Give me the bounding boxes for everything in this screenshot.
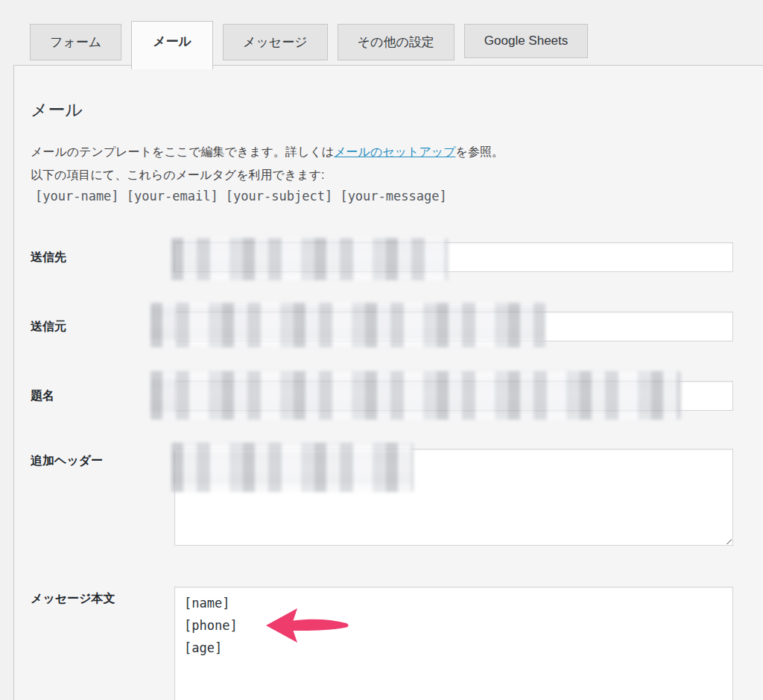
additional-headers-row: 追加ヘッダー [31, 449, 763, 546]
from-label: 送信元 [31, 312, 174, 341]
mail-template-form: 送信先 送信元 題名 [31, 242, 763, 700]
tab-additional-settings[interactable]: その他の設定 [338, 24, 455, 60]
subject-label: 題名 [31, 381, 174, 411]
tab-google-sheets[interactable]: Google Sheets [464, 24, 588, 58]
panel-title: メール [31, 98, 763, 121]
message-body-row: メッセージ本文 [name] [phone] [age] [31, 587, 763, 700]
mail-setup-link[interactable]: メールのセットアップ [334, 145, 455, 158]
additional-headers-label: 追加ヘッダー [31, 449, 174, 546]
from-input[interactable] [174, 312, 733, 341]
message-body-label: メッセージ本文 [31, 587, 174, 700]
to-label: 送信先 [31, 242, 174, 272]
to-row: 送信先 [31, 242, 763, 272]
subject-input[interactable] [174, 381, 733, 411]
to-input[interactable] [174, 242, 733, 272]
description-text-before-link: メールのテンプレートをここで編集できます。詳しくは [31, 145, 334, 158]
tab-form[interactable]: フォーム [30, 24, 121, 60]
mail-tags-hint: 以下の項目にて、これらのメールタグを利用できます: [31, 168, 324, 181]
tab-messages[interactable]: メッセージ [223, 24, 328, 60]
mail-description: メールのテンプレートをここで編集できます。詳しくはメールのセットアップを参照。 … [31, 140, 763, 186]
settings-tab-bar: フォーム メール メッセージ その他の設定 Google Sheets [30, 0, 598, 69]
message-body-textarea[interactable]: [name] [phone] [age] [174, 587, 733, 700]
additional-headers-textarea[interactable] [174, 449, 733, 546]
subject-row: 題名 [31, 381, 763, 411]
tab-mail[interactable]: メール [131, 21, 213, 69]
available-mail-tags: [your-name] [your-email] [your-subject] … [35, 187, 763, 206]
from-row: 送信元 [31, 312, 763, 341]
description-text-after-link: を参照。 [456, 145, 504, 158]
mail-tab-panel: メール メールのテンプレートをここで編集できます。詳しくはメールのセットアップを… [13, 65, 763, 700]
